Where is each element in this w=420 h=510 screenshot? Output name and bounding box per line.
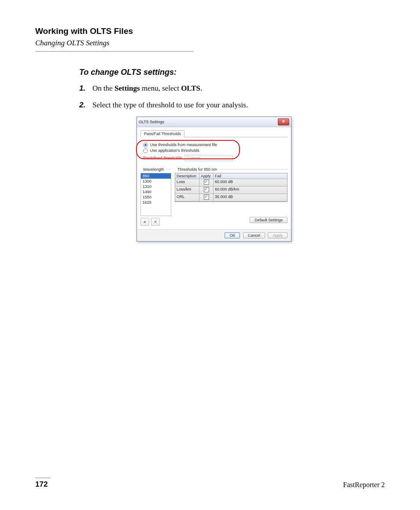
text: .	[200, 84, 202, 92]
table-row: Loss/km 60.000 dB/km	[175, 187, 287, 194]
table-row: Loss 60.000 dB	[175, 179, 287, 187]
step-2: 2. Select the type of threshold to use f…	[79, 100, 361, 110]
text-bold: Settings	[114, 84, 140, 92]
col-fail[interactable]: Fail	[214, 173, 287, 179]
checkbox-icon[interactable]	[204, 194, 209, 200]
radio-use-app[interactable]: Use application's thresholds	[143, 148, 285, 153]
cell-fail[interactable]: 60.000 dB/km	[214, 187, 287, 194]
radio-use-file[interactable]: Use thresholds from measurement file	[143, 143, 285, 147]
list-item[interactable]: 1625	[141, 200, 171, 205]
text: On the	[92, 84, 114, 92]
col-description[interactable]: Description	[175, 173, 199, 179]
thresholds-group-label: Thresholds for 850 nm	[175, 167, 287, 172]
step-number: 2.	[79, 100, 92, 110]
col-apply[interactable]: Apply	[199, 173, 214, 179]
close-icon[interactable]: ✕	[278, 118, 289, 125]
cell-apply[interactable]	[199, 194, 214, 202]
add-wavelength-button[interactable]: +	[140, 218, 149, 226]
radio-icon[interactable]	[143, 143, 148, 147]
cell-desc: Loss	[175, 179, 199, 187]
text: menu, select	[140, 84, 181, 92]
radio-icon[interactable]	[143, 148, 148, 153]
threshold-source-group: Use thresholds from measurement file Use…	[140, 140, 287, 165]
cell-fail[interactable]: 60.000 dB	[214, 179, 287, 187]
list-item[interactable]: 1300	[141, 179, 171, 184]
wavelength-list[interactable]: 850 1300 1310 1490 1550 1625	[140, 173, 171, 216]
tab-passfail[interactable]: Pass/Fail Thresholds	[140, 130, 184, 137]
product-name: FastReporter 2	[343, 481, 385, 489]
ok-button[interactable]: OK	[225, 232, 240, 238]
list-item[interactable]: 1310	[141, 184, 171, 189]
cell-apply[interactable]	[199, 187, 214, 194]
cell-fail[interactable]: 35.000 dB	[214, 194, 287, 202]
thresholds-table: Description Apply Fail Loss 60.000 dB Lo…	[175, 173, 287, 202]
remove-wavelength-button[interactable]: ×	[151, 218, 160, 226]
list-item[interactable]: 850	[141, 173, 171, 179]
page-number: 172	[35, 480, 51, 489]
table-header-row: Description Apply Fail	[175, 173, 287, 179]
apply-button[interactable]: Apply	[268, 232, 287, 238]
predefined-dropdown[interactable]: Custom	[184, 155, 233, 161]
wavelength-group-label: Wavelength	[140, 167, 171, 172]
table-row: ORL 35.000 dB	[175, 194, 287, 202]
predefined-thresholds-row: Predefined thresholds: Custom	[143, 155, 285, 161]
cell-apply[interactable]	[199, 179, 214, 187]
cell-desc: ORL	[175, 194, 199, 202]
text-bold: OLTS	[181, 84, 200, 92]
cell-desc: Loss/km	[175, 187, 199, 194]
header-rule	[35, 51, 194, 52]
list-item[interactable]: 1490	[141, 189, 171, 194]
checkbox-icon[interactable]	[204, 187, 209, 192]
dialog-title: OLTS Settings	[139, 120, 278, 124]
cancel-button[interactable]: Cancel	[243, 232, 265, 238]
step-text: On the Settings menu, select OLTS.	[92, 83, 202, 94]
radio-label: Use thresholds from measurement file	[150, 143, 217, 147]
predefined-label: Predefined thresholds:	[143, 156, 183, 160]
step-number: 1.	[79, 83, 92, 94]
step-text: Select the type of threshold to use for …	[92, 100, 248, 110]
checkbox-icon[interactable]	[204, 180, 209, 185]
section-title: Working with OLTS Files	[35, 26, 385, 36]
default-settings-button[interactable]: Default Settings	[250, 217, 287, 223]
footer-rule	[35, 477, 51, 478]
list-item[interactable]: 1550	[141, 194, 171, 200]
radio-label: Use application's thresholds	[150, 148, 199, 153]
procedure-title: To change OLTS settings:	[79, 68, 361, 77]
dialog-titlebar[interactable]: OLTS Settings ✕	[137, 117, 291, 127]
step-1: 1. On the Settings menu, select OLTS.	[79, 83, 361, 94]
olts-settings-dialog: OLTS Settings ✕ Pass/Fail Thresholds Use…	[136, 117, 291, 242]
section-subtitle: Changing OLTS Settings	[35, 39, 385, 48]
